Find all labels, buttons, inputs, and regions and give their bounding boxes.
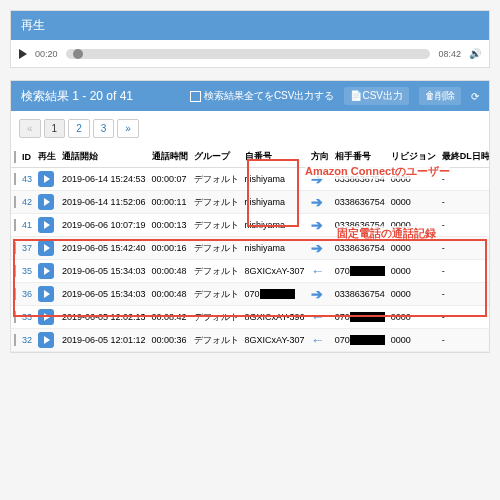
call-start: 2019-06-05 15:34:03	[59, 260, 149, 283]
direction-icon: ➔	[311, 217, 323, 233]
call-start: 2019-06-06 10:07:19	[59, 214, 149, 237]
row-id[interactable]: 37	[22, 243, 32, 253]
group: デフォルト	[191, 306, 242, 329]
play-button[interactable]	[38, 332, 54, 348]
row-checkbox[interactable]	[14, 311, 16, 323]
time-total: 08:42	[434, 49, 465, 59]
revision: 0000	[388, 260, 439, 283]
call-start: 2019-06-05 12:01:12	[59, 329, 149, 352]
last-dl: -	[439, 214, 489, 237]
call-duration: 00:00:07	[149, 168, 191, 191]
row-id[interactable]: 41	[22, 220, 32, 230]
last-dl: -	[439, 260, 489, 283]
play-button[interactable]	[38, 263, 54, 279]
call-duration: 00:08:42	[149, 306, 191, 329]
row-id[interactable]: 32	[22, 335, 32, 345]
call-duration: 00:00:13	[149, 214, 191, 237]
call-start: 2019-06-14 15:24:53	[59, 168, 149, 191]
self-number: 8GXICxAY-396	[242, 306, 308, 329]
self-number: 070	[242, 283, 308, 306]
row-id[interactable]: 43	[22, 174, 32, 184]
col-header: 通話時間	[149, 146, 191, 168]
direction-icon: ←	[311, 332, 325, 348]
row-id[interactable]: 33	[22, 312, 32, 322]
call-start: 2019-06-05 15:34:03	[59, 283, 149, 306]
delete-button[interactable]: 🗑削除	[419, 87, 461, 105]
row-checkbox[interactable]	[14, 242, 16, 254]
group: デフォルト	[191, 283, 242, 306]
time-current: 00:20	[31, 49, 62, 59]
play-button[interactable]	[38, 286, 54, 302]
peer-number: 0338636754	[332, 191, 388, 214]
last-dl: -	[439, 191, 489, 214]
page-»[interactable]: »	[117, 119, 139, 138]
play-button[interactable]	[38, 240, 54, 256]
page-1[interactable]: 1	[44, 119, 66, 138]
page-3[interactable]: 3	[93, 119, 115, 138]
group: デフォルト	[191, 214, 242, 237]
call-start: 2019-06-05 15:42:40	[59, 237, 149, 260]
play-button[interactable]	[38, 309, 54, 325]
direction-icon: ➔	[311, 194, 323, 210]
revision: 0000	[388, 191, 439, 214]
call-start: 2019-06-14 11:52:06	[59, 191, 149, 214]
volume-icon[interactable]: 🔊	[469, 48, 481, 59]
table-row: 352019-06-05 15:34:0300:00:48デフォルト8GXICx…	[11, 260, 489, 283]
table-row: 422019-06-14 11:52:0600:00:11デフォルトnishiy…	[11, 191, 489, 214]
col-header: 再生	[35, 146, 59, 168]
peer-number: 070	[332, 260, 388, 283]
self-number: nishiyama	[242, 237, 308, 260]
play-button[interactable]	[38, 171, 54, 187]
last-dl: -	[439, 283, 489, 306]
player-title: 再生	[11, 11, 489, 40]
col-header: グループ	[191, 146, 242, 168]
self-number: 8GXICxAY-307	[242, 260, 308, 283]
call-duration: 00:00:16	[149, 237, 191, 260]
slider-thumb[interactable]	[73, 49, 83, 59]
peer-number: 070	[332, 329, 388, 352]
row-checkbox[interactable]	[14, 196, 16, 208]
group: デフォルト	[191, 329, 242, 352]
peer-number: 0338636754	[332, 283, 388, 306]
audio-slider[interactable]	[66, 49, 431, 59]
row-checkbox[interactable]	[14, 219, 16, 231]
refresh-icon[interactable]: ⟳	[471, 91, 479, 102]
row-checkbox[interactable]	[14, 265, 16, 277]
annotation-amazon: Amazon Connectのユーザー	[305, 164, 450, 179]
pagination: «123»	[11, 111, 489, 146]
row-checkbox[interactable]	[14, 334, 16, 346]
group: デフォルト	[191, 168, 242, 191]
last-dl: -	[439, 306, 489, 329]
last-dl: -	[439, 237, 489, 260]
self-number: nishiyama	[242, 191, 308, 214]
row-id[interactable]: 35	[22, 266, 32, 276]
revision: 0000	[388, 283, 439, 306]
play-icon[interactable]	[19, 49, 27, 59]
call-duration: 00:00:11	[149, 191, 191, 214]
group: デフォルト	[191, 237, 242, 260]
audio-controls: 00:20 08:42 🔊	[11, 40, 489, 67]
call-start: 2019-06-05 12:02:13	[59, 306, 149, 329]
select-all-checkbox[interactable]	[14, 151, 16, 163]
results-title: 検索結果 1 - 20 of 41	[21, 88, 133, 105]
self-number: 8GXICxAY-307	[242, 329, 308, 352]
results-header: 検索結果 1 - 20 of 41 検索結果全てをCSV出力する 📄CSV出力 …	[11, 81, 489, 111]
page-2[interactable]: 2	[68, 119, 90, 138]
call-duration: 00:00:48	[149, 283, 191, 306]
row-checkbox[interactable]	[14, 173, 16, 185]
call-duration: 00:00:36	[149, 329, 191, 352]
csv-export-button[interactable]: 📄CSV出力	[344, 87, 409, 105]
page-«[interactable]: «	[19, 119, 41, 138]
row-id[interactable]: 42	[22, 197, 32, 207]
csv-all-checkbox[interactable]	[190, 91, 201, 102]
play-button[interactable]	[38, 194, 54, 210]
peer-number: 070	[332, 306, 388, 329]
col-header: 自番号	[242, 146, 308, 168]
direction-icon: ←	[311, 309, 325, 325]
results-panel: 検索結果 1 - 20 of 41 検索結果全てをCSV出力する 📄CSV出力 …	[10, 80, 490, 353]
self-number: nishiyama	[242, 214, 308, 237]
row-checkbox[interactable]	[14, 288, 16, 300]
play-button[interactable]	[38, 217, 54, 233]
row-id[interactable]: 36	[22, 289, 32, 299]
table-row: 362019-06-05 15:34:0300:00:48デフォルト070➔03…	[11, 283, 489, 306]
